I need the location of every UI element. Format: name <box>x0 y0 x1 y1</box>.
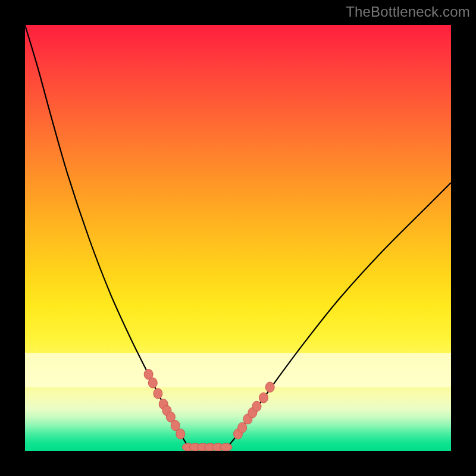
left-branch-markers-dot <box>148 378 157 388</box>
right-curve <box>230 183 451 444</box>
watermark-text: TheBottleneck.com <box>346 4 470 20</box>
curve-layer <box>25 25 451 451</box>
chart-frame: TheBottleneck.com <box>0 0 476 476</box>
right-branch-markers-dot <box>265 382 274 392</box>
left-branch-markers-dot <box>154 389 162 399</box>
right-branch-markers-dot <box>252 401 261 411</box>
flat-marker <box>220 443 232 451</box>
left-curve <box>25 25 187 444</box>
left-branch-markers-dot <box>176 429 185 439</box>
right-branch-markers-dot <box>238 422 247 433</box>
plot-area <box>25 25 451 451</box>
right-branch-markers-dot <box>259 393 268 403</box>
